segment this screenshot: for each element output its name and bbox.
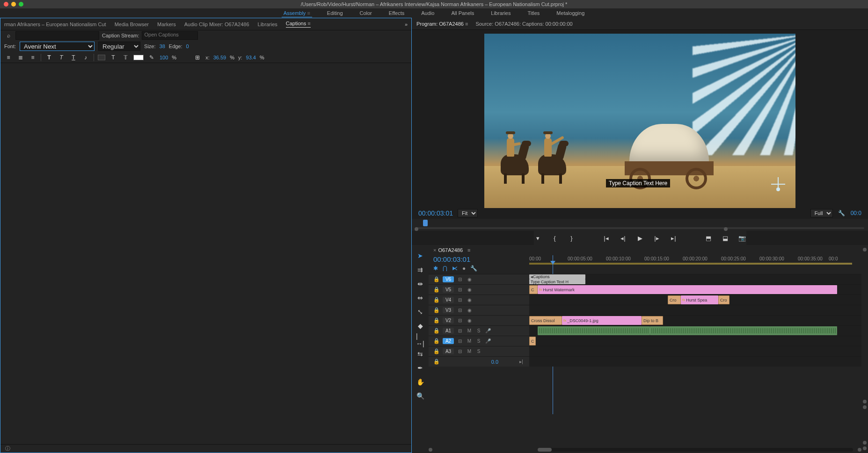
mute-icon[interactable]: M (466, 328, 473, 333)
clip-cross-dissolve[interactable]: Cross Dissol (529, 316, 562, 325)
track-lane-v3[interactable] (529, 305, 861, 315)
toggle-track-output-icon[interactable]: ◉ (466, 277, 473, 282)
text-edge-icon[interactable]: 𝕋 (121, 53, 130, 62)
lock-icon[interactable]: 🔒 (433, 307, 440, 313)
lock-icon[interactable]: 🔒 (433, 287, 440, 293)
opacity-value[interactable]: 100 (160, 55, 168, 60)
timeline-menu-icon[interactable]: ≡ (467, 247, 470, 253)
step-back-icon[interactable]: ◂| (619, 234, 627, 242)
zoom-fit-select[interactable]: Fit (458, 209, 478, 217)
tabs-overflow-button[interactable]: » (405, 22, 408, 27)
mark-out-icon[interactable]: { (551, 234, 559, 242)
clip-cross-dissolve[interactable]: Cro (668, 295, 681, 304)
workspace-all-panels[interactable]: All Panels (449, 9, 476, 17)
toggle-track-output-icon[interactable]: ◉ (466, 287, 473, 292)
solo-icon[interactable]: S (475, 349, 482, 354)
sync-lock-icon[interactable]: ⊟ (457, 328, 463, 333)
solo-icon[interactable]: S (475, 338, 482, 344)
rate-stretch-icon[interactable]: ⤡ (416, 308, 424, 316)
underline-icon[interactable]: T (69, 53, 78, 62)
export-frame-icon[interactable]: 📷 (738, 234, 746, 242)
track-lane-a3[interactable] (529, 346, 861, 356)
clip-captions-track[interactable]: ◂ Captions (529, 274, 585, 279)
go-to-out-icon[interactable]: ▸| (670, 234, 678, 242)
caption-stream-select[interactable]: Open Captions (142, 31, 198, 40)
razor-tool-icon[interactable]: ◆ (416, 322, 424, 330)
track-header-a2[interactable]: 🔒 A2 ⊟ M S 🎤 (429, 336, 529, 346)
align-right-icon[interactable]: ≡ (29, 53, 37, 62)
playhead-marker[interactable] (423, 220, 428, 226)
go-to-in-icon[interactable]: |◂ (602, 234, 611, 242)
close-window-button[interactable] (4, 2, 8, 7)
track-label-v6[interactable]: V6 (443, 276, 454, 282)
caption-overlay[interactable]: Type Caption Text Here (606, 179, 670, 187)
slip-tool-icon[interactable]: |↔| (416, 336, 424, 344)
background-color-swatch[interactable] (98, 55, 105, 60)
track-label-a3[interactable]: A3 (443, 348, 454, 354)
lock-icon[interactable]: 🔒 (433, 276, 440, 282)
add-marker-icon[interactable]: ⧔ (452, 265, 458, 272)
lock-icon[interactable]: 🔒 (433, 359, 440, 365)
program-panel-label[interactable]: Program: O67A2486 ≡ (416, 21, 468, 27)
lock-icon[interactable]: 🔒 (433, 348, 440, 354)
tab-markers[interactable]: Markers (157, 22, 176, 27)
tab-media-browser[interactable]: Media Browser (115, 22, 149, 27)
mark-in-icon[interactable]: ▾ (534, 234, 542, 242)
clip-caption-text[interactable]: Type Caption Text H (529, 279, 585, 284)
track-header-a1[interactable]: 🔒 A1 ⊟ M S 🎤 (429, 326, 529, 336)
voiceover-record-icon[interactable]: 🎤 (485, 338, 491, 344)
pen-tool-icon[interactable]: ✒ (416, 364, 424, 372)
timeline-timecode[interactable]: 00:00:03:01 (433, 255, 525, 263)
track-label-a1[interactable]: A1 (443, 328, 454, 334)
align-center-icon[interactable]: ≣ (16, 53, 25, 62)
track-select-forward-icon[interactable]: ⇉ (416, 266, 424, 274)
search-icon[interactable]: ⌕ (4, 31, 13, 40)
tab-captions[interactable]: Captions ≡ (286, 21, 311, 28)
track-lane-v6[interactable]: ◂ Captions Type Caption Text H (529, 274, 861, 284)
snap-icon[interactable]: ✱ (433, 265, 438, 272)
track-header-v6[interactable]: 🔒 V6 ⊟ ◉ (429, 274, 529, 284)
clip-dip-to-black[interactable]: Dip to B (642, 316, 663, 325)
y-value[interactable]: 93.4 (246, 55, 256, 60)
clip-audio-transition[interactable]: C (529, 337, 536, 345)
music-note-icon[interactable]: ♪ (81, 53, 90, 62)
font-select[interactable]: Avenir Next (20, 42, 95, 51)
selection-tool-icon[interactable]: ➤ (416, 252, 424, 260)
linked-selection-icon[interactable]: ⋂ (443, 265, 447, 272)
track-header-v3[interactable]: 🔒 V3 ⊟ ◉ (429, 305, 529, 315)
clip-dsc0049[interactable]: fx_DSC0049-1.jpg (562, 316, 642, 325)
hand-tool-icon[interactable]: ✋ (416, 378, 424, 386)
workspace-metalogging[interactable]: Metalogging (554, 9, 586, 17)
mark-clip-icon[interactable]: } (568, 234, 576, 242)
settings-wrench-icon[interactable]: 🔧 (838, 209, 846, 217)
track-lane-a1[interactable] (529, 326, 861, 336)
tab-libraries[interactable]: Libraries (258, 22, 277, 27)
track-lane-v5[interactable]: C fxHurst Watermark (529, 285, 861, 295)
align-left-icon[interactable]: ≡ (4, 53, 13, 62)
track-lane-master[interactable] (529, 357, 861, 367)
program-scrubber[interactable] (412, 219, 868, 231)
track-lane-a2[interactable]: C (529, 336, 861, 346)
clip-hurst-speaker[interactable]: fxHurst Spea (681, 295, 718, 304)
lock-icon[interactable]: 🔒 (433, 338, 440, 344)
mute-icon[interactable]: M (466, 338, 473, 344)
clip-audio-a1b[interactable] (650, 326, 837, 335)
video-frame[interactable]: Type Caption Text Here (484, 34, 795, 208)
step-forward-icon[interactable]: |▸ (653, 234, 661, 242)
timeline-h-scrollbar[interactable] (429, 446, 861, 453)
track-label-v4[interactable]: V4 (443, 297, 454, 303)
text-fill-icon[interactable]: T (109, 53, 117, 62)
time-ruler[interactable]: 00:00 00:00:05:00 00:00:10:00 00:00:15:0… (529, 255, 861, 274)
font-weight-select[interactable]: Regular (98, 42, 140, 51)
workspace-libraries[interactable]: Libraries (489, 9, 512, 17)
tab-audio-clip-mixer[interactable]: Audio Clip Mixer: O67A2486 (184, 22, 249, 27)
lift-icon[interactable]: ⬒ (704, 234, 713, 242)
sync-lock-icon[interactable]: ⊟ (457, 277, 463, 282)
program-menu-icon[interactable]: ≡ (465, 21, 468, 27)
info-icon[interactable]: ⓘ (3, 445, 12, 453)
lock-icon[interactable]: 🔒 (433, 328, 440, 334)
clip-cross-dissolve[interactable]: Cro (718, 295, 729, 304)
master-gain-value[interactable]: 0.0 (491, 359, 498, 365)
italic-icon[interactable]: T (57, 53, 66, 62)
caption-search-input[interactable] (15, 31, 99, 40)
